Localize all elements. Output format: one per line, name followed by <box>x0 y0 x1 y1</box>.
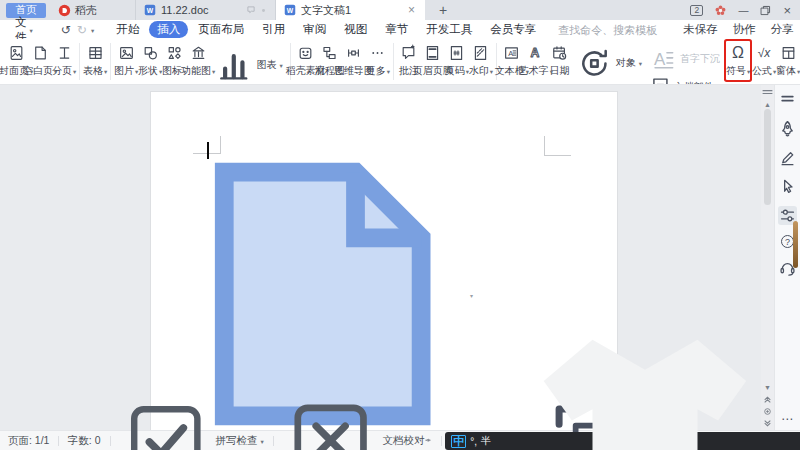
quick-access-caret-icon[interactable]: ▾ <box>91 26 94 34</box>
panel-lines-icon[interactable] <box>778 90 797 109</box>
margin-mark-top-right <box>544 136 545 156</box>
share-button[interactable]: 分享 <box>768 22 794 37</box>
page-setup-button[interactable]: ▾ <box>168 144 473 430</box>
ribbon-item-function-diagram[interactable]: 功能图▾ <box>186 41 210 80</box>
insert-ribbon: 封面页▾ 空白页▾ 分页▾ 表格▾ 图片▾ 形状▾ 图标▾ 功能图▾ 图表▾ 智… <box>0 39 800 85</box>
scroll-up-icon[interactable]: ▲ <box>764 100 771 109</box>
picture-icon <box>118 43 135 63</box>
more-icon <box>369 43 386 63</box>
comment-status-icon <box>246 5 256 15</box>
ime-lang-toggle[interactable]: 中 <box>451 435 466 448</box>
menu-tab-home[interactable]: 开始 <box>108 21 147 38</box>
ribbon-item-header-footer[interactable]: 页眉页脚 <box>421 41 445 80</box>
docer-icon <box>58 4 71 17</box>
writer-doc-icon: W <box>144 4 156 16</box>
shape-icon <box>142 43 159 63</box>
flowchart-icon <box>321 43 338 63</box>
ribbon-item-chart[interactable]: 图表▾ <box>214 45 283 85</box>
collaborate-button[interactable]: 协作 <box>730 22 756 37</box>
ime-toolbar: 中 °, 半 <box>445 432 800 450</box>
docer-tab[interactable]: 稻壳 <box>46 0 109 20</box>
svg-text:W: W <box>147 7 154 14</box>
menu-tab-insert[interactable]: 插入 <box>149 21 188 38</box>
menu-tab-section[interactable]: 章节 <box>377 21 416 38</box>
spell-check-button[interactable]: 拼写检查▾ <box>119 394 264 450</box>
ribbon-group-divider <box>79 43 80 80</box>
restore-button[interactable] <box>759 4 772 17</box>
word-count[interactable]: 字数: 0 <box>68 434 101 448</box>
page-number-icon <box>448 43 465 63</box>
text-cursor <box>207 142 209 159</box>
document-tab-11-22[interactable]: W 11.22.doc <box>135 0 275 20</box>
chart-icon <box>214 45 254 85</box>
select-cursor-icon[interactable] <box>778 177 797 196</box>
rocket-icon[interactable] <box>778 119 797 138</box>
document-tab-active[interactable]: W 文字文稿1 × <box>275 0 425 20</box>
mind-map-icon <box>345 43 362 63</box>
ribbon-group-divider <box>110 43 111 80</box>
comment-icon <box>400 43 417 63</box>
header-footer-icon <box>424 43 441 63</box>
ribbon-item-page-number[interactable]: 页码▾ <box>445 41 469 80</box>
close-tab-icon[interactable]: × <box>406 3 417 17</box>
ruler-toggle-icon[interactable] <box>761 87 774 100</box>
orange-scroll-indicator[interactable] <box>793 221 798 268</box>
page-setup-icon <box>168 144 468 430</box>
page-info: 页面: 1/1 <box>8 434 49 448</box>
flower-avatar-icon[interactable] <box>714 4 727 17</box>
margin-mark-top-right <box>544 155 571 156</box>
menu-tab-review[interactable]: 审阅 <box>295 21 334 38</box>
expand-panel-icon[interactable] <box>499 54 799 85</box>
writer-doc-icon: W <box>284 4 296 16</box>
dropdown-caret-icon: ▾ <box>30 26 33 34</box>
watermark-icon <box>472 43 489 63</box>
ribbon-group-divider <box>393 43 394 80</box>
menu-tab-dev-tools[interactable]: 开发工具 <box>418 21 480 38</box>
close-window-button[interactable]: × <box>783 3 791 18</box>
new-tab-button[interactable]: + <box>433 2 453 18</box>
ribbon-item-mind-map[interactable]: 思维导图 <box>342 41 366 80</box>
ime-punctuation-toggle[interactable]: °, <box>470 436 477 447</box>
menu-tab-page-layout[interactable]: 页面布局 <box>190 21 252 38</box>
ribbon-item-table[interactable]: 表格▾ <box>83 41 107 80</box>
svg-text:W: W <box>287 7 294 14</box>
scrollbar-thumb[interactable] <box>764 109 771 205</box>
ribbon-item-shape[interactable]: 形状▾ <box>138 41 162 80</box>
redo-button[interactable]: ↻ <box>75 22 89 37</box>
search-input[interactable] <box>558 24 678 36</box>
dot-status-icon <box>260 7 267 14</box>
blank-page-icon <box>32 43 49 63</box>
minimize-button[interactable]: — <box>738 5 748 16</box>
spell-check-icon <box>119 394 213 450</box>
eye-protect-icon[interactable] <box>424 433 432 448</box>
menu-tab-member[interactable]: 会员专享 <box>482 21 544 38</box>
doc-proof-icon <box>282 392 379 450</box>
sign-pen-icon[interactable] <box>778 148 797 167</box>
ribbon-item-picture[interactable]: 图片▾ <box>114 41 138 80</box>
doc-proof-button[interactable]: 文档校对 <box>282 392 424 450</box>
command-search[interactable] <box>554 24 678 36</box>
ribbon-item-icon-library[interactable]: 图标▾ <box>162 41 186 80</box>
tab-list-button[interactable]: 2 <box>690 5 703 16</box>
window-tab-bar: 首页 稻壳 W 11.22.doc W 文字文稿1 × + 2 — × <box>0 0 800 20</box>
wps-writer-window: 首页 稻壳 W 11.22.doc W 文字文稿1 × + 2 — × <box>0 0 800 450</box>
menu-tab-view[interactable]: 视图 <box>336 21 375 38</box>
page-break-icon <box>56 43 73 63</box>
docer-material-icon <box>297 43 314 63</box>
save-status[interactable]: 未保存 <box>680 22 718 37</box>
icon-library-icon <box>166 43 183 63</box>
function-diagram-icon <box>190 43 207 63</box>
ribbon-item-watermark[interactable]: 水印▾ <box>469 41 493 80</box>
ime-skin-icon[interactable] <box>495 291 795 450</box>
ime-width-toggle[interactable]: 半 <box>481 434 491 448</box>
menu-bar: 文件 ▾ ↺ ↻ ▾ 开始 插入 页面布局 引用 审阅 视图 章节 开发工具 会… <box>0 20 800 39</box>
table-icon <box>87 43 104 63</box>
status-bar: 页面: 1/1 字数: 0 拼写检查▾ 文档校对 100% ▾ − <box>0 430 800 450</box>
undo-button[interactable]: ↺ <box>59 22 73 37</box>
ribbon-item-more[interactable]: 更多▾ <box>366 41 390 80</box>
cover-page-icon <box>8 43 25 63</box>
menu-tab-references[interactable]: 引用 <box>254 21 293 38</box>
